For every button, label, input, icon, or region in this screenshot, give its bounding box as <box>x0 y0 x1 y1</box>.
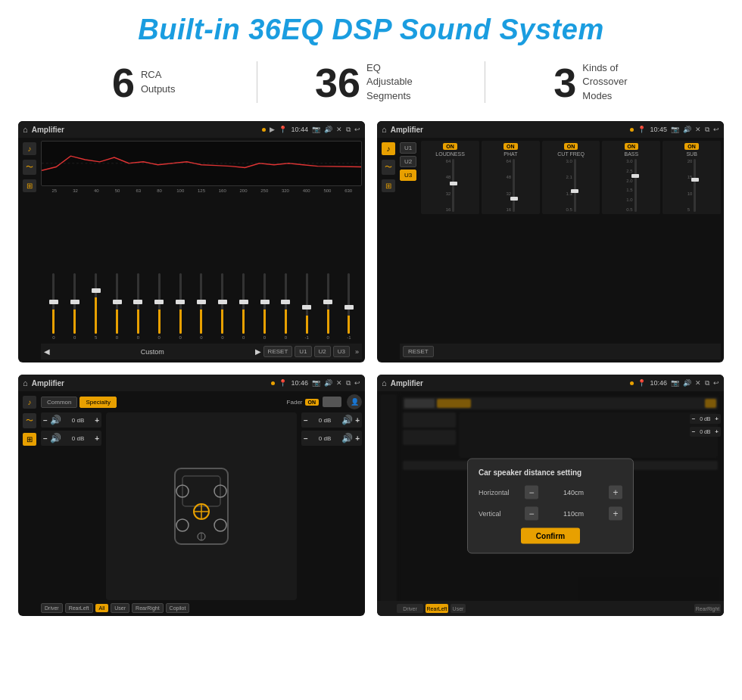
eq-slider-13[interactable]: 0 <box>318 273 338 340</box>
eq-slider-9[interactable]: 0 <box>234 273 254 340</box>
eq-more-icon[interactable]: » <box>355 348 359 356</box>
eq-slider-7[interactable]: 0 <box>192 273 211 340</box>
camera-icon-3[interactable]: 📷 <box>312 379 320 387</box>
home-icon-3[interactable]: ⌂ <box>23 378 28 387</box>
dist-minus-bot: − <box>692 428 696 435</box>
dist-vertical-plus[interactable]: + <box>609 506 622 520</box>
fader-minus-tr[interactable]: − <box>304 416 308 425</box>
eq-slider-10[interactable]: 0 <box>255 273 275 340</box>
fader-minus-bl[interactable]: − <box>43 434 48 443</box>
fader-plus-bl[interactable]: + <box>95 434 99 443</box>
dist-horizontal-plus[interactable]: + <box>609 485 622 499</box>
eqa-u1-btn[interactable]: U1 <box>400 142 416 154</box>
eq-wave-icon[interactable]: 〜 <box>23 160 36 175</box>
back-icon-3[interactable]: ↩ <box>354 379 360 387</box>
speaker-icon-4[interactable]: 🔊 <box>683 379 691 387</box>
eq-slider-0[interactable]: 0 <box>44 273 64 340</box>
eq-slider-14[interactable]: -1 <box>339 273 359 340</box>
eqa-tune-icon[interactable]: ♪ <box>382 142 395 155</box>
eq-u2-btn[interactable]: U2 <box>314 346 331 357</box>
fader-plus-tl[interactable]: + <box>95 416 99 425</box>
fader-plus-tr[interactable]: + <box>355 416 360 425</box>
eqa-bottom-bar: RESET <box>400 344 721 359</box>
eqa-wave-icon[interactable]: 〜 <box>382 160 395 175</box>
svg-point-6 <box>214 519 226 531</box>
eqa-u2-btn[interactable]: U2 <box>400 156 416 167</box>
back-icon-2[interactable]: ↩ <box>713 126 719 133</box>
fader-all-btn[interactable]: All <box>95 604 109 612</box>
fader-split-icon[interactable]: ⊞ <box>23 433 36 446</box>
eq-bottom-bar: ◀ Custom ▶ RESET U1 U2 U3 » <box>41 344 362 359</box>
eq-u1-btn[interactable]: U1 <box>295 346 311 357</box>
fader-label: Fader <box>287 399 303 406</box>
fader-diagram <box>106 412 297 600</box>
eqa-split-icon[interactable]: ⊞ <box>382 179 395 192</box>
fader-minus-br[interactable]: − <box>304 434 308 443</box>
dist-rearleft-lbl: RearLeft <box>426 604 448 613</box>
fader-copilot-btn[interactable]: Copilot <box>166 603 190 613</box>
dist-vol-bot: − 0 dB + <box>690 427 721 437</box>
fader-tab-specialty[interactable]: Specialty <box>80 397 116 408</box>
eqa-u3-btn[interactable]: U3 <box>400 170 416 181</box>
back-icon[interactable]: ↩ <box>354 126 360 133</box>
eq-slider-2[interactable]: 5 <box>86 273 106 340</box>
eq-slider-5[interactable]: 0 <box>149 273 169 340</box>
camera-icon[interactable]: 📷 <box>312 126 320 133</box>
fader-slider[interactable] <box>323 397 341 407</box>
fader-wave-icon[interactable]: 〜 <box>23 413 36 428</box>
close-icon[interactable]: ✕ <box>336 126 342 133</box>
fader-layout: − 🔊 0 dB + − 🔊 0 dB + <box>41 412 362 600</box>
eqa-reset-btn[interactable]: RESET <box>403 346 434 357</box>
close-icon-3[interactable]: ✕ <box>336 379 342 387</box>
fader-rearleft-btn[interactable]: RearLeft <box>65 603 93 613</box>
speaker-icon[interactable]: 🔊 <box>324 126 332 133</box>
eq-u3-btn[interactable]: U3 <box>333 346 350 357</box>
window-icon[interactable]: ⧉ <box>346 126 351 134</box>
window-icon-3[interactable]: ⧉ <box>346 379 351 387</box>
profile-icon[interactable]: 👤 <box>347 394 362 409</box>
confirm-button[interactable]: Confirm <box>521 527 580 543</box>
eq-slider-1[interactable]: 0 <box>65 273 85 340</box>
dist-vertical-minus[interactable]: − <box>525 506 538 520</box>
fader-minus-tl[interactable]: − <box>43 416 48 425</box>
eq-sliders: 0 0 5 0 0 0 0 0 0 0 0 0 -1 0 -1 <box>41 195 362 341</box>
screen2-time: 10:45 <box>650 126 667 133</box>
eq-slider-6[interactable]: 0 <box>170 273 190 340</box>
fader-user-btn[interactable]: User <box>111 603 129 613</box>
window-icon-2[interactable]: ⧉ <box>705 126 709 134</box>
play-icon[interactable]: ▶ <box>270 126 275 133</box>
eq-slider-8[interactable]: 0 <box>213 273 232 340</box>
fader-plus-br[interactable]: + <box>355 434 360 443</box>
camera-icon-2[interactable]: 📷 <box>671 126 679 133</box>
dist-horizontal-minus[interactable]: − <box>525 485 538 499</box>
eq-reset-btn[interactable]: RESET <box>263 346 293 357</box>
eq-prev-btn[interactable]: ◀ <box>44 347 50 356</box>
eq-next-btn[interactable]: ▶ <box>255 347 261 356</box>
window-icon-4[interactable]: ⧉ <box>705 379 709 387</box>
close-icon-2[interactable]: ✕ <box>695 126 701 133</box>
home-icon-2[interactable]: ⌂ <box>382 125 387 134</box>
eq-split-icon[interactable]: ⊞ <box>23 179 36 192</box>
home-icon-4[interactable]: ⌂ <box>382 378 387 387</box>
close-icon-4[interactable]: ✕ <box>695 379 701 387</box>
fader-tabs: Common Specialty Fader ON 👤 <box>41 394 362 409</box>
specs-row: 6 RCAOutputs 36 EQ AdjustableSegments 3 … <box>0 54 742 115</box>
speaker-icon-3[interactable]: 🔊 <box>324 379 332 387</box>
fader-tune-icon[interactable]: ♪ <box>23 396 36 409</box>
camera-icon-4[interactable]: 📷 <box>671 379 679 387</box>
eq-slider-11[interactable]: 0 <box>276 273 295 340</box>
screen1-title: Amplifier <box>32 126 259 134</box>
fader-tab-common[interactable]: Common <box>41 397 77 408</box>
eq-slider-3[interactable]: 0 <box>108 273 127 340</box>
eq-slider-4[interactable]: 0 <box>128 273 148 340</box>
back-icon-4[interactable]: ↩ <box>713 379 719 387</box>
eq-slider-12[interactable]: -1 <box>297 273 316 340</box>
fader-rearright-btn[interactable]: RearRight <box>132 603 164 613</box>
fader-sidebar: ♪ 〜 ⊞ <box>21 394 38 613</box>
home-icon[interactable]: ⌂ <box>23 125 28 134</box>
eq-label-6: 100 <box>170 188 191 193</box>
speaker-icon-2[interactable]: 🔊 <box>683 126 691 133</box>
fader-val-br: 0 dB <box>310 435 339 442</box>
fader-driver-btn[interactable]: Driver <box>41 603 63 613</box>
eq-tune-icon[interactable]: ♪ <box>23 142 36 155</box>
